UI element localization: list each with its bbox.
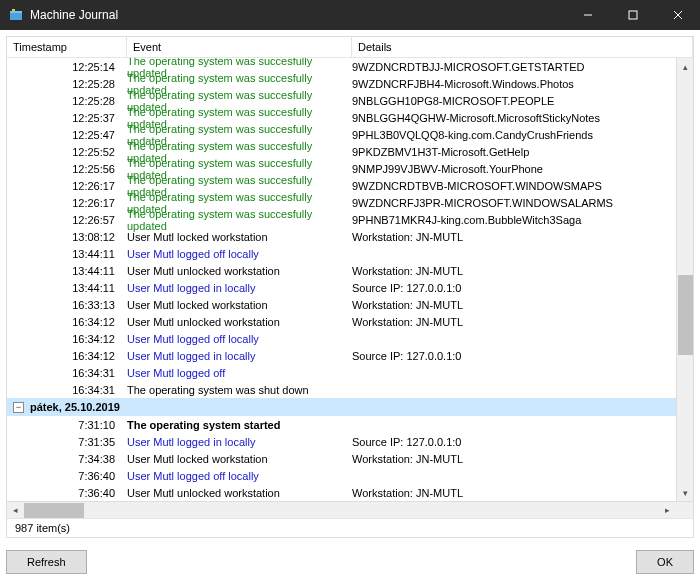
cell-details: 9NBLGGH4QGHW-Microsoft.MicrosoftStickyNo… xyxy=(352,112,676,124)
cell-timestamp: 13:44:11 xyxy=(7,265,127,277)
cell-timestamp: 7:31:35 xyxy=(7,436,127,448)
cell-timestamp: 7:36:40 xyxy=(7,470,127,482)
log-row[interactable]: 16:34:12User Mutl logged in locallySourc… xyxy=(7,347,676,364)
cell-details: Source IP: 127.0.0.1:0 xyxy=(352,436,676,448)
titlebar: Machine Journal xyxy=(0,0,700,30)
group-label: pátek, 25.10.2019 xyxy=(30,401,120,413)
header-timestamp[interactable]: Timestamp xyxy=(7,37,127,57)
header-details[interactable]: Details xyxy=(352,37,693,57)
cell-details: 9WZDNCRFJBH4-Microsoft.Windows.Photos xyxy=(352,78,676,90)
window-title: Machine Journal xyxy=(30,8,565,22)
log-row[interactable]: 12:26:57The operating system was succesf… xyxy=(7,211,676,228)
expander-icon[interactable]: − xyxy=(13,402,24,413)
cell-timestamp: 12:25:47 xyxy=(7,129,127,141)
cell-event: The operating system started xyxy=(127,419,352,431)
horizontal-scrollbar[interactable]: ◂ ▸ xyxy=(7,501,693,518)
cell-details: 9WZDNCRDTBJJ-MICROSOFT.GETSTARTED xyxy=(352,61,676,73)
cell-event: The operating system was succesfully upd… xyxy=(127,208,352,232)
scroll-thumb-vertical[interactable] xyxy=(678,275,693,355)
cell-event: User Mutl unlocked workstation xyxy=(127,265,352,277)
cell-timestamp: 16:34:12 xyxy=(7,333,127,345)
content-panel: Timestamp Event Details 12:25:14The oper… xyxy=(6,36,694,538)
cell-event: User Mutl locked workstation xyxy=(127,231,352,243)
maximize-button[interactable] xyxy=(610,0,655,30)
cell-timestamp: 7:31:10 xyxy=(7,419,127,431)
scroll-left-arrow[interactable]: ◂ xyxy=(7,502,24,519)
cell-details: Workstation: JN-MUTL xyxy=(352,231,676,243)
cell-event: User Mutl unlocked workstation xyxy=(127,487,352,499)
cell-event: User Mutl logged off locally xyxy=(127,248,352,260)
footer: Refresh OK xyxy=(0,544,700,580)
log-list: Timestamp Event Details 12:25:14The oper… xyxy=(7,37,693,518)
cell-details: 9NMPJ99VJBWV-Microsoft.YourPhone xyxy=(352,163,676,175)
ok-button[interactable]: OK xyxy=(636,550,694,574)
log-row[interactable]: 7:31:35User Mutl logged in locallySource… xyxy=(7,433,676,450)
cell-details: Source IP: 127.0.0.1:0 xyxy=(352,282,676,294)
log-row[interactable]: 13:44:11User Mutl logged off locally xyxy=(7,245,676,262)
cell-details: 9WZDNCRFJ3PR-MICROSOFT.WINDOWSALARMS xyxy=(352,197,676,209)
cell-details: 9NBLGGH10PG8-MICROSOFT.PEOPLE xyxy=(352,95,676,107)
log-row[interactable]: 16:33:13User Mutl locked workstationWork… xyxy=(7,296,676,313)
cell-timestamp: 12:26:57 xyxy=(7,214,127,226)
cell-timestamp: 13:44:11 xyxy=(7,282,127,294)
header-event[interactable]: Event xyxy=(127,37,352,57)
log-row[interactable]: 7:34:38User Mutl locked workstationWorks… xyxy=(7,450,676,467)
cell-details: Source IP: 127.0.0.1:0 xyxy=(352,350,676,362)
cell-event: User Mutl logged in locally xyxy=(127,282,352,294)
scroll-right-arrow[interactable]: ▸ xyxy=(659,502,676,519)
cell-timestamp: 12:25:56 xyxy=(7,163,127,175)
cell-timestamp: 12:25:52 xyxy=(7,146,127,158)
cell-event: User Mutl logged in locally xyxy=(127,436,352,448)
cell-details: 9PKDZBMV1H3T-Microsoft.GetHelp xyxy=(352,146,676,158)
cell-event: User Mutl logged in locally xyxy=(127,350,352,362)
cell-event: User Mutl unlocked workstation xyxy=(127,316,352,328)
log-row[interactable]: 16:34:31User Mutl logged off xyxy=(7,364,676,381)
cell-timestamp: 12:26:17 xyxy=(7,180,127,192)
close-button[interactable] xyxy=(655,0,700,30)
cell-timestamp: 12:26:17 xyxy=(7,197,127,209)
cell-timestamp: 12:25:28 xyxy=(7,78,127,90)
log-row[interactable]: 13:44:11User Mutl logged in locallySourc… xyxy=(7,279,676,296)
log-row[interactable]: 7:31:10The operating system started xyxy=(7,416,676,433)
vertical-scrollbar[interactable]: ▴ ▾ xyxy=(676,58,693,501)
cell-timestamp: 16:34:31 xyxy=(7,367,127,379)
log-row[interactable]: 16:34:12User Mutl logged off locally xyxy=(7,330,676,347)
svg-rect-4 xyxy=(629,11,637,19)
cell-timestamp: 12:25:37 xyxy=(7,112,127,124)
log-row[interactable]: 13:44:11User Mutl unlocked workstationWo… xyxy=(7,262,676,279)
group-header[interactable]: −pátek, 25.10.2019 xyxy=(7,398,676,416)
cell-event: The operating system was shut down xyxy=(127,384,352,396)
cell-details: Workstation: JN-MUTL xyxy=(352,265,676,277)
cell-event: User Mutl locked workstation xyxy=(127,453,352,465)
log-row[interactable]: 7:36:40User Mutl unlocked workstationWor… xyxy=(7,484,676,501)
log-row[interactable]: 13:08:12User Mutl locked workstationWork… xyxy=(7,228,676,245)
cell-details: Workstation: JN-MUTL xyxy=(352,299,676,311)
cell-details: Workstation: JN-MUTL xyxy=(352,453,676,465)
svg-rect-1 xyxy=(12,9,15,11)
column-headers: Timestamp Event Details xyxy=(7,37,693,58)
cell-event: User Mutl logged off locally xyxy=(127,333,352,345)
cell-details: 9WZDNCRDTBVB-MICROSOFT.WINDOWSMAPS xyxy=(352,180,676,192)
cell-timestamp: 13:08:12 xyxy=(7,231,127,243)
refresh-button[interactable]: Refresh xyxy=(6,550,87,574)
cell-timestamp: 13:44:11 xyxy=(7,248,127,260)
rows-container[interactable]: 12:25:14The operating system was succesf… xyxy=(7,58,676,501)
scroll-down-arrow[interactable]: ▾ xyxy=(677,484,693,501)
scroll-thumb-horizontal[interactable] xyxy=(24,503,84,518)
cell-details: Workstation: JN-MUTL xyxy=(352,316,676,328)
app-icon xyxy=(8,7,24,23)
cell-event: User Mutl logged off locally xyxy=(127,470,352,482)
minimize-button[interactable] xyxy=(565,0,610,30)
cell-timestamp: 12:25:14 xyxy=(7,61,127,73)
cell-details: Workstation: JN-MUTL xyxy=(352,487,676,499)
cell-details: 9PHL3B0VQLQQ8-king.com.CandyCrushFriends xyxy=(352,129,676,141)
scroll-up-arrow[interactable]: ▴ xyxy=(677,58,693,75)
log-row[interactable]: 16:34:31The operating system was shut do… xyxy=(7,381,676,398)
log-row[interactable]: 7:36:40User Mutl logged off locally xyxy=(7,467,676,484)
cell-timestamp: 16:33:13 xyxy=(7,299,127,311)
svg-rect-2 xyxy=(10,11,22,13)
cell-timestamp: 7:34:38 xyxy=(7,453,127,465)
log-row[interactable]: 16:34:12User Mutl unlocked workstationWo… xyxy=(7,313,676,330)
cell-timestamp: 16:34:12 xyxy=(7,350,127,362)
cell-timestamp: 16:34:12 xyxy=(7,316,127,328)
